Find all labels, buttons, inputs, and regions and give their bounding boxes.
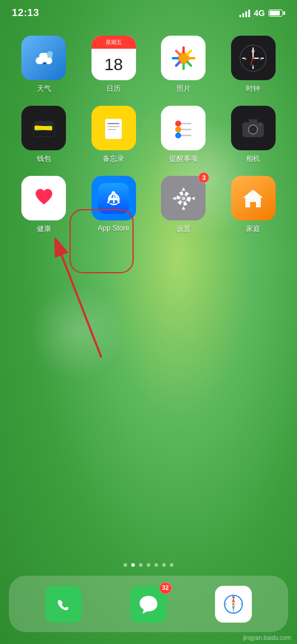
clock-label: 时钟 <box>246 84 260 94</box>
dock-safari[interactable]: N S E W <box>215 586 252 623</box>
svg-text:W: W <box>224 602 227 606</box>
calendar-label: 日历 <box>106 84 121 94</box>
app-appstore[interactable]: ⊕ App Store <box>82 176 146 234</box>
app-settings[interactable]: 3 设置 <box>151 176 216 234</box>
photos-label: 照片 <box>176 84 191 94</box>
svg-rect-29 <box>108 129 116 130</box>
svg-point-39 <box>251 127 255 132</box>
svg-point-30 <box>175 121 181 127</box>
camera-icon <box>231 106 276 150</box>
phone-icon <box>45 586 82 623</box>
dock-messages[interactable]: 32 <box>130 586 167 623</box>
svg-rect-54 <box>50 591 77 617</box>
dock-phone[interactable] <box>45 586 82 623</box>
messages-badge: 32 <box>159 582 172 594</box>
app-notes[interactable]: 备忘录 <box>82 106 146 164</box>
camera-label: 相机 <box>246 154 260 164</box>
wallet-label: 钱包 <box>37 154 51 164</box>
page-dot-4 <box>154 563 158 567</box>
svg-point-40 <box>259 124 261 126</box>
app-weather[interactable]: ☁ 天气 <box>12 36 76 94</box>
home-label: 家庭 <box>246 224 260 234</box>
health-icon <box>21 176 66 220</box>
settings-badge: 3 <box>198 172 209 183</box>
page-dot-2 <box>139 563 143 567</box>
svg-point-65 <box>232 603 235 605</box>
svg-rect-25 <box>34 121 53 125</box>
wallet-icon <box>21 106 66 150</box>
clock-icon: 12 3 9 6 <box>231 36 276 80</box>
photos-icon <box>161 36 206 80</box>
appstore-label: App Store <box>98 224 129 232</box>
status-time: 12:13 <box>12 7 39 19</box>
app-grid: ☁ 天气 星期五 18 日历 <box>0 36 297 234</box>
app-calendar[interactable]: 星期五 18 日历 <box>82 36 146 94</box>
battery-icon <box>268 10 285 17</box>
app-health[interactable]: 健康 <box>12 176 76 234</box>
home-icon <box>231 176 276 220</box>
safari-icon: N S E W <box>215 586 252 623</box>
calendar-icon: 星期五 18 <box>91 36 136 80</box>
svg-rect-44 <box>109 201 112 203</box>
svg-text:☁: ☁ <box>41 59 46 65</box>
svg-rect-3 <box>48 53 52 58</box>
status-bar: 12:13 4G <box>0 0 297 26</box>
settings-icon: 3 <box>161 176 206 220</box>
svg-rect-27 <box>108 123 119 124</box>
page-dot-3 <box>147 563 150 567</box>
svg-point-50 <box>182 197 185 200</box>
reminders-label: 提醒事项 <box>169 154 198 164</box>
app-home[interactable]: 家庭 <box>222 176 286 234</box>
dock: 32 N S E W <box>9 576 288 632</box>
svg-rect-28 <box>108 126 119 127</box>
notes-label: 备忘录 <box>103 154 124 164</box>
svg-rect-45 <box>115 201 118 203</box>
page-dot-5 <box>162 563 166 567</box>
app-reminders[interactable]: 提醒事项 <box>151 106 216 164</box>
svg-text:N: N <box>233 595 235 599</box>
weather-icon: ☁ <box>21 36 66 80</box>
svg-rect-43 <box>109 198 118 200</box>
watermark: jingyan.baidu.com <box>243 634 291 641</box>
notes-icon <box>91 106 136 150</box>
page-dot-6 <box>170 563 173 567</box>
svg-point-32 <box>175 127 181 132</box>
app-camera[interactable]: 相机 <box>222 106 286 164</box>
signal-icon <box>239 9 250 17</box>
app-wallet[interactable]: 钱包 <box>12 106 76 164</box>
app-photos[interactable]: 照片 <box>151 36 216 94</box>
svg-point-34 <box>175 132 181 138</box>
page-dot-1 <box>131 563 135 567</box>
status-icons: 4G <box>239 8 285 18</box>
weather-label: 天气 <box>37 84 51 94</box>
settings-label: 设置 <box>176 224 191 234</box>
page-dots <box>0 563 297 567</box>
network-type: 4G <box>254 8 265 18</box>
appstore-icon: ⊕ <box>91 176 136 220</box>
svg-marker-51 <box>243 190 263 207</box>
health-label: 健康 <box>37 224 51 234</box>
page-dot-0 <box>124 563 127 567</box>
reminders-icon <box>161 106 206 150</box>
app-clock[interactable]: 12 3 9 6 时钟 <box>222 36 286 94</box>
